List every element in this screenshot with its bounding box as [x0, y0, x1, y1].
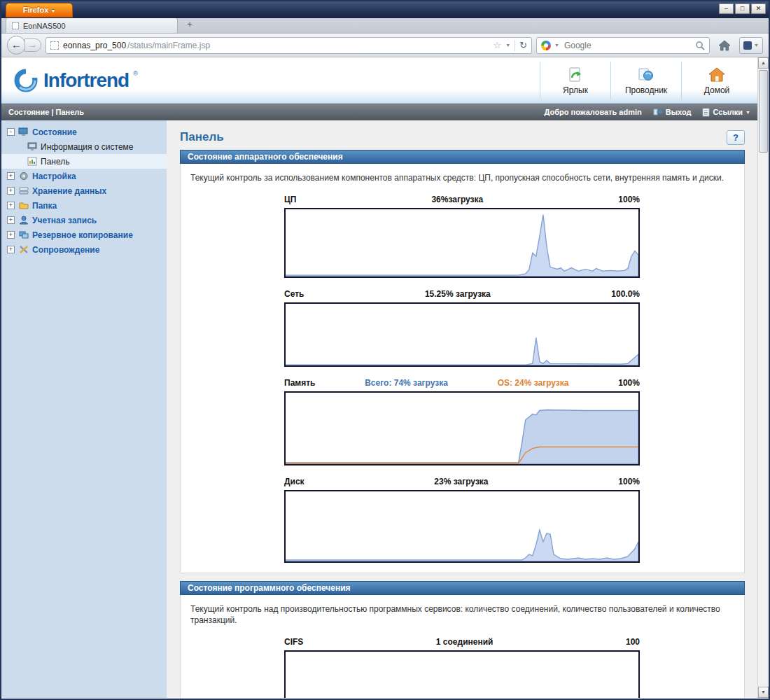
sidebar-item-folder-label: Папка — [32, 201, 57, 211]
site-header: Infortrend ® Ярлык — [1, 57, 757, 104]
sidebar-item-storage-label: Хранение данных — [32, 186, 106, 196]
collapse-icon[interactable]: - — [7, 128, 15, 136]
hardware-description: Текущий контроль за использованием компо… — [181, 164, 744, 183]
window-controls: – □ ✕ — [719, 4, 766, 14]
sidebar-item-system-info-label: Информация о системе — [41, 142, 133, 152]
search-input[interactable] — [563, 40, 692, 51]
cifs-chart-title: CIFS — [284, 637, 303, 647]
explorer-icon — [637, 66, 655, 83]
memory-chart-block: Память Всего: 74% загрузка OS: 24% загру… — [284, 375, 640, 465]
reload-icon[interactable]: ↻ — [519, 40, 527, 50]
firefox-menu-button[interactable]: Firefox ▼ — [6, 3, 73, 18]
software-panel: Текущий контроль над производительностью… — [180, 595, 745, 698]
minimize-button[interactable]: – — [719, 4, 734, 14]
expand-icon[interactable]: + — [7, 216, 15, 224]
search-engine-dropdown-icon[interactable]: ▼ — [554, 43, 559, 48]
firefox-menu-arrow-icon: ▼ — [50, 8, 55, 13]
sidebar-item-storage[interactable]: + Хранение данных — [1, 183, 167, 198]
expand-icon[interactable]: + — [7, 231, 15, 239]
home-button[interactable] — [714, 37, 735, 54]
search-bar[interactable]: ▼ — [536, 37, 710, 54]
explorer-label: Проводник — [625, 85, 667, 95]
dashboard-icon — [27, 157, 37, 167]
browser-viewport: Infortrend ® Ярлык — [1, 57, 769, 698]
settings-gear-icon — [18, 172, 29, 181]
sidebar-item-backup[interactable]: + Резервное копирование — [1, 227, 167, 242]
forward-button[interactable]: → — [24, 38, 41, 52]
sidebar-item-maintenance[interactable]: + Сопровождение — [1, 242, 167, 257]
sidebar-item-status[interactable]: - Состояние — [1, 125, 167, 139]
sidebar-item-account[interactable]: + Учетная запись — [1, 213, 167, 227]
network-chart-max: 100.0% — [611, 289, 640, 299]
brand-text: Infortrend — [43, 69, 129, 92]
breadcrumb: Состояние | Панель — [8, 108, 84, 116]
search-magnifier-icon[interactable] — [695, 41, 705, 50]
url-bar[interactable]: eonnas_pro_500/status/mainFrame.jsp ☆ ▼ … — [46, 37, 532, 54]
scrollbar-thumb[interactable] — [759, 70, 768, 153]
url-dropdown-icon[interactable]: ▼ — [505, 43, 510, 48]
scroll-up-button[interactable]: ▲ — [758, 57, 769, 69]
tab-bar: EonNAS500 + — [1, 18, 769, 34]
sidebar-item-dashboard-label: Панель — [41, 157, 69, 167]
brand-registered-mark: ® — [133, 70, 138, 77]
logout-button[interactable]: Выход — [653, 108, 692, 116]
sidebar-item-system-info[interactable]: Информация о системе — [1, 139, 167, 154]
cpu-chart-value: 36%загрузка — [431, 195, 483, 204]
account-user-icon — [18, 216, 29, 225]
memory-chart — [284, 391, 640, 465]
new-tab-button[interactable]: + — [181, 19, 199, 31]
expand-icon[interactable]: + — [7, 187, 15, 195]
bookmarks-panel-button[interactable]: ▼ — [739, 37, 763, 54]
page-scrollbar[interactable]: ▲ ▼ — [757, 57, 769, 698]
network-chart — [284, 302, 640, 367]
hardware-section-header: Состояние аппаратного обеспечения — [180, 150, 745, 164]
close-button[interactable]: ✕ — [751, 4, 766, 14]
software-section-header: Состояние программного обеспечения — [180, 581, 745, 595]
links-menu-button[interactable]: Ссылки ▼ — [702, 108, 750, 117]
infortrend-logo: Infortrend ® — [13, 67, 138, 94]
shortcut-button[interactable]: Ярлык — [540, 62, 610, 99]
cpu-chart-block: ЦП 36%загрузка 100% — [284, 192, 640, 278]
browser-window: Firefox ▼ – □ ✕ EonNAS500 + ← → eonnas_p… — [0, 0, 770, 700]
cifs-chart-max: 100 — [626, 637, 640, 647]
house-icon — [708, 66, 726, 83]
bookmark-star-icon[interactable]: ☆ — [493, 40, 502, 50]
google-engine-icon[interactable] — [541, 41, 551, 50]
sidebar-item-folder[interactable]: + Папка — [1, 198, 167, 213]
home-icon — [718, 40, 731, 51]
links-dropdown-icon: ▼ — [746, 110, 750, 115]
network-chart-title: Сеть — [284, 289, 304, 299]
expand-icon[interactable]: + — [7, 172, 15, 180]
software-description: Текущий контроль над производительностью… — [181, 595, 744, 626]
shortcut-label: Ярлык — [563, 85, 588, 95]
sidebar-item-settings[interactable]: + Настройка — [1, 169, 167, 183]
expand-icon[interactable]: + — [7, 202, 15, 209]
page-title: Панель — [180, 130, 224, 144]
memory-chart-title: Память — [284, 378, 315, 388]
memory-os-value: OS: 24% загрузка — [498, 378, 569, 388]
firefox-menu-label: Firefox — [23, 6, 49, 14]
tab-title: EonNAS500 — [23, 22, 66, 30]
shortcut-icon — [566, 66, 584, 83]
maximize-button[interactable]: □ — [735, 4, 750, 14]
explorer-button[interactable]: Проводник — [610, 62, 681, 99]
help-button[interactable]: ? — [727, 130, 745, 145]
url-separator — [514, 40, 515, 51]
infortrend-swirl-icon — [13, 67, 39, 94]
sidebar-item-dashboard[interactable]: Панель — [1, 154, 167, 169]
back-button[interactable]: ← — [7, 36, 26, 55]
system-info-icon — [27, 142, 37, 152]
logout-icon — [653, 108, 663, 116]
site-identity-icon[interactable] — [50, 41, 59, 50]
expand-icon[interactable]: + — [7, 246, 15, 253]
tab-eonnas500[interactable]: EonNAS500 — [6, 18, 178, 33]
welcome-text: Добро пожаловать admin — [545, 108, 642, 116]
sidebar-item-account-label: Учетная запись — [32, 216, 97, 225]
scroll-down-button[interactable]: ▼ — [758, 687, 769, 698]
cpu-chart-max: 100% — [618, 195, 640, 204]
memory-chart-max: 100% — [618, 378, 640, 388]
disk-chart — [284, 490, 640, 563]
home-page-button[interactable]: Домой — [681, 62, 752, 99]
backup-icon — [18, 230, 29, 240]
title-bar: Firefox ▼ – □ ✕ — [1, 1, 769, 18]
